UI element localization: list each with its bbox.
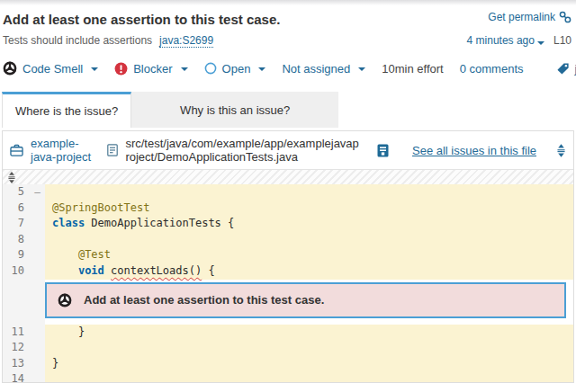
chevron-down-icon xyxy=(181,67,188,71)
line-marker xyxy=(30,200,45,217)
rule-name: Tests should include assertions xyxy=(3,34,152,47)
line-number[interactable]: 11 xyxy=(3,325,30,341)
status-label: Open xyxy=(222,62,251,76)
line-number[interactable]: 12 xyxy=(3,340,30,356)
severity-dropdown[interactable]: Blocker xyxy=(114,62,187,76)
blocker-severity-icon xyxy=(114,62,128,76)
code-content: @Test xyxy=(45,247,573,263)
code-lines: 5–6@SpringBootTest7class DemoApplication… xyxy=(3,184,573,383)
issue-title: Add at least one assertion to this test … xyxy=(3,11,280,29)
code-token: @SpringBootTest xyxy=(52,201,149,214)
code-token: } xyxy=(52,357,58,370)
chevron-down-icon xyxy=(358,67,365,71)
code-line: 14 xyxy=(3,371,573,383)
code-token: void xyxy=(78,264,104,277)
issue-message-row: Add at least one assertion to this test … xyxy=(3,280,573,325)
issues-in-file-icon[interactable] xyxy=(377,144,389,157)
see-all-issues-link[interactable]: See all issues in this file xyxy=(412,144,536,157)
effort-label: 10min effort xyxy=(382,62,443,76)
issue-age: 4 minutes ago xyxy=(467,34,535,47)
code-token: @Test xyxy=(78,248,111,261)
line-number[interactable]: 13 xyxy=(3,356,30,372)
issue-age-dropdown[interactable]: 4 minutes ago xyxy=(467,34,544,47)
code-content: class DemoApplicationTests { xyxy=(45,216,573,232)
issue-toolbar: Code Smell Blocker Open xyxy=(0,61,576,76)
issue-box-wrap: Add at least one assertion to this test … xyxy=(45,280,573,325)
inline-issue-message: Add at least one assertion to this test … xyxy=(84,293,324,307)
tab-where-is-the-issue[interactable]: Where is the issue? xyxy=(2,92,131,128)
line-marker xyxy=(30,263,45,280)
tags-dropdown[interactable]: junit, tests xyxy=(556,62,576,76)
assignee-label: Not assigned xyxy=(282,62,350,76)
expand-file-icon[interactable] xyxy=(556,144,566,157)
code-line: 12 xyxy=(3,340,573,356)
code-content xyxy=(45,340,573,356)
rule-summary: Tests should include assertionsjava:S269… xyxy=(3,34,213,47)
issue-detail-page: Add at least one assertion to this test … xyxy=(0,0,576,392)
line-reference: L10 xyxy=(554,34,572,47)
issue-type-label: Code Smell xyxy=(22,62,83,76)
assignee-dropdown[interactable]: Not assigned xyxy=(282,62,365,76)
project-icon xyxy=(10,144,23,156)
code-line: 10 void contextLoads() { xyxy=(3,263,573,280)
code-token xyxy=(52,264,78,277)
code-token: { xyxy=(202,264,214,277)
code-content: } xyxy=(45,325,573,341)
project-link[interactable]: example-java-project xyxy=(31,137,100,164)
code-line: 8 xyxy=(3,232,573,248)
code-content: @SpringBootTest xyxy=(45,200,573,217)
comments-link[interactable]: 0 comments xyxy=(460,62,524,76)
line-marker xyxy=(30,325,45,341)
status-dropdown[interactable]: Open xyxy=(204,62,266,76)
line-marker xyxy=(30,247,45,263)
line-number[interactable]: 10 xyxy=(3,263,30,280)
chevron-down-icon xyxy=(537,41,544,45)
issue-type-dropdown[interactable]: Code Smell xyxy=(3,61,98,76)
get-permalink-link[interactable]: Get permalink xyxy=(488,11,572,23)
tab-why-is-this-an-issue[interactable]: Why is this an issue? xyxy=(131,92,338,128)
line-number[interactable]: 14 xyxy=(3,371,30,383)
permalink-chain-icon xyxy=(559,11,572,23)
line-marker xyxy=(30,371,45,383)
tag-icon xyxy=(556,62,570,76)
code-token: class xyxy=(52,217,85,229)
open-status-icon xyxy=(204,62,217,75)
line-number[interactable]: 8 xyxy=(3,232,30,248)
issue-location-text: contextLoads() xyxy=(111,264,202,277)
code-content xyxy=(45,232,573,248)
code-content: void contextLoads() { xyxy=(45,263,573,280)
severity-label: Blocker xyxy=(133,62,172,76)
code-line: 9 @Test xyxy=(3,247,573,263)
line-marker xyxy=(30,232,45,248)
code-token xyxy=(52,248,78,261)
code-line: 11 } xyxy=(3,325,573,341)
expand-lines-above-icon[interactable] xyxy=(7,172,16,183)
line-number[interactable]: 5 xyxy=(3,184,30,200)
code-line: 7class DemoApplicationTests { xyxy=(3,216,573,232)
line-number[interactable]: 9 xyxy=(3,247,30,263)
chevron-down-icon xyxy=(258,67,266,71)
rule-key-link[interactable]: java:S2699 xyxy=(159,34,213,48)
chevron-down-icon xyxy=(91,67,98,71)
code-content xyxy=(45,371,573,383)
code-content: } xyxy=(45,356,573,372)
inline-issue-box: Add at least one assertion to this test … xyxy=(45,282,566,318)
file-header: example-java-project src/test/java/com/e… xyxy=(3,131,573,170)
file-path: src/test/java/com/example/app/examplejav… xyxy=(125,137,363,164)
expand-lines-strip xyxy=(3,170,573,184)
line-marker xyxy=(30,216,45,232)
issue-tabs: Where is the issue? Why is this an issue… xyxy=(0,92,576,128)
code-line: 13} xyxy=(3,356,573,372)
permalink-label: Get permalink xyxy=(488,11,555,23)
code-token xyxy=(104,264,111,277)
line-marker xyxy=(30,356,45,372)
line-marker xyxy=(30,340,45,356)
issue-row-gutter xyxy=(3,280,45,325)
file-icon xyxy=(107,144,118,156)
code-line: 6@SpringBootTest xyxy=(3,200,573,217)
line-number[interactable]: 7 xyxy=(3,216,30,232)
code-smell-icon xyxy=(58,293,72,307)
code-token: } xyxy=(52,325,85,338)
line-marker: – xyxy=(30,184,45,200)
line-number[interactable]: 6 xyxy=(3,200,30,217)
